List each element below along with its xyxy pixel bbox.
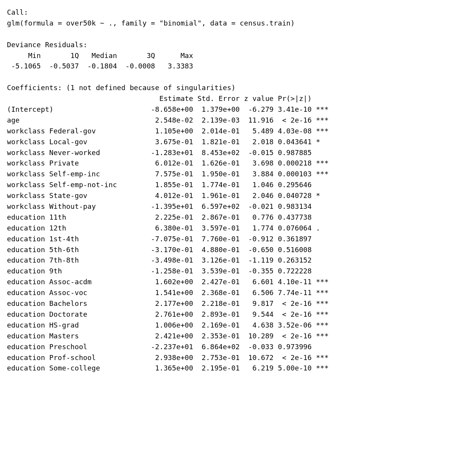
- glm-summary-output: Call: glm(formula = over50k ~ ., family …: [0, 0, 476, 381]
